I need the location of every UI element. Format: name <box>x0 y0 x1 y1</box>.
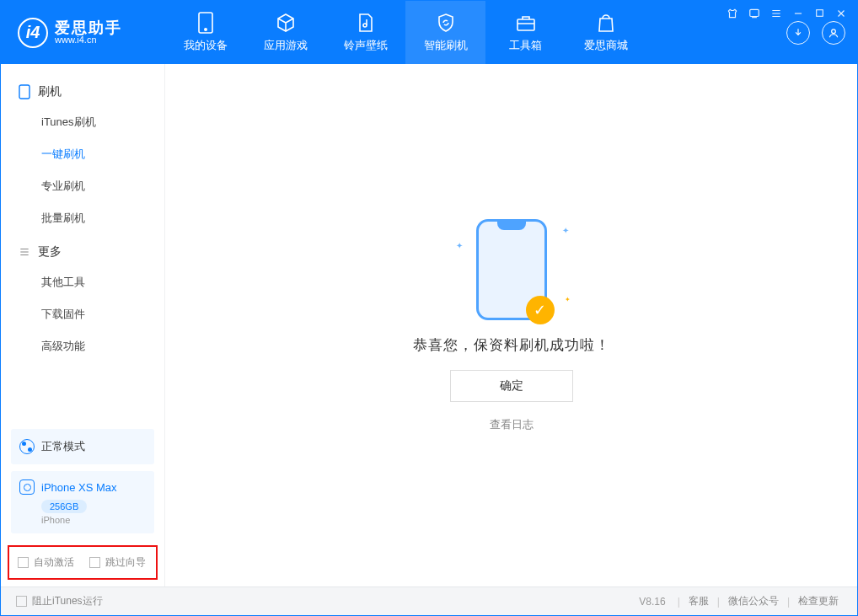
success-illustration: ✦ ✦ ✦ ✓ <box>476 219 547 320</box>
sidebar-item-pro-flash[interactable]: 专业刷机 <box>1 170 164 202</box>
logo-icon: i4 <box>18 18 48 48</box>
sparkle-icon: ✦ <box>562 226 569 235</box>
cube-icon <box>276 13 296 33</box>
checkbox-icon <box>18 557 29 568</box>
ok-button[interactable]: 确定 <box>450 370 573 402</box>
tab-store[interactable]: 爱思商城 <box>566 1 646 64</box>
view-log-link[interactable]: 查看日志 <box>490 417 534 432</box>
svg-rect-5 <box>517 19 534 30</box>
footer: 阻止iTunes运行 V8.16 | 客服 | 微信公众号 | 检查更新 <box>1 587 857 615</box>
header-tabs: 我的设备 应用游戏 铃声壁纸 智能刷机 工具箱 爱思商城 <box>165 1 646 64</box>
sidebar-item-other-tools[interactable]: 其他工具 <box>1 266 164 298</box>
tab-label: 爱思商城 <box>584 38 628 53</box>
svg-point-4 <box>363 24 367 27</box>
sidebar-item-batch-flash[interactable]: 批量刷机 <box>1 202 164 234</box>
footer-link-update[interactable]: 检查更新 <box>795 594 842 608</box>
device-type: iPhone <box>41 515 146 525</box>
mode-icon <box>19 439 35 454</box>
phone-outline-icon <box>18 85 31 99</box>
list-icon <box>18 245 31 259</box>
mode-label: 正常模式 <box>41 439 85 454</box>
window-controls <box>727 8 847 19</box>
maximize-icon[interactable] <box>814 8 825 19</box>
sidebar-item-itunes-flash[interactable]: iTunes刷机 <box>1 106 164 138</box>
account-button[interactable] <box>822 21 845 45</box>
auto-activate-checkbox[interactable]: 自动激活 <box>18 555 74 570</box>
sidebar-item-advanced[interactable]: 高级功能 <box>1 330 164 362</box>
section-flash: 刷机 <box>1 74 164 106</box>
minimize-icon[interactable] <box>792 8 804 19</box>
bag-icon <box>596 13 616 33</box>
svg-rect-7 <box>19 85 29 99</box>
tab-apps-games[interactable]: 应用游戏 <box>245 1 325 64</box>
tab-label: 应用游戏 <box>264 38 308 53</box>
device-card[interactable]: iPhone XS Max 256GB iPhone <box>11 471 154 533</box>
check-badge-icon: ✓ <box>526 296 555 324</box>
tab-label: 铃声壁纸 <box>344 38 388 53</box>
sidebar: 刷机 iTunes刷机 一键刷机 专业刷机 批量刷机 更多 其他工具 下载固件 … <box>1 64 165 587</box>
tab-toolbox[interactable]: 工具箱 <box>485 1 566 64</box>
phone-icon: ✓ <box>476 219 547 320</box>
block-itunes-checkbox[interactable]: 阻止iTunes运行 <box>16 594 103 608</box>
checkbox-icon <box>89 557 100 568</box>
skip-guide-checkbox[interactable]: 跳过向导 <box>89 555 146 570</box>
footer-link-support[interactable]: 客服 <box>685 594 712 608</box>
menu-icon[interactable] <box>770 8 782 19</box>
sidebar-item-oneclick-flash[interactable]: 一键刷机 <box>1 138 164 170</box>
checkbox-icon <box>16 596 27 607</box>
logo[interactable]: i4 爱思助手 www.i4.cn <box>1 18 165 48</box>
tab-my-device[interactable]: 我的设备 <box>165 1 245 64</box>
tab-label: 工具箱 <box>509 38 542 53</box>
device-name: iPhone XS Max <box>41 481 117 494</box>
tab-label: 我的设备 <box>184 38 228 53</box>
content: ✦ ✦ ✦ ✓ 恭喜您，保资料刷机成功啦！ 确定 查看日志 <box>165 64 857 587</box>
svg-point-6 <box>832 29 836 33</box>
svg-point-3 <box>204 28 206 29</box>
footer-link-wechat[interactable]: 微信公众号 <box>725 594 782 608</box>
svg-rect-1 <box>817 10 823 17</box>
sidebar-item-download-firmware[interactable]: 下载固件 <box>1 298 164 330</box>
sparkle-icon: ✦ <box>456 241 463 250</box>
options-row: 自动激活 跳过向导 <box>8 545 158 580</box>
toolbox-icon <box>516 13 536 33</box>
main: 刷机 iTunes刷机 一键刷机 专业刷机 批量刷机 更多 其他工具 下载固件 … <box>1 64 857 587</box>
app-name: 爱思助手 <box>55 20 122 35</box>
svg-rect-0 <box>750 9 759 16</box>
skin-icon[interactable] <box>727 8 738 19</box>
header-right <box>786 21 857 45</box>
device-icon <box>196 13 216 33</box>
shield-sync-icon <box>436 13 456 33</box>
app-window: i4 爱思助手 www.i4.cn 我的设备 应用游戏 铃声壁纸 智能刷机 <box>0 0 858 616</box>
device-storage: 256GB <box>41 500 87 513</box>
device-icon <box>19 479 35 495</box>
tab-ringtone-wallpaper[interactable]: 铃声壁纸 <box>325 1 405 64</box>
app-url: www.i4.cn <box>55 35 122 45</box>
music-file-icon <box>356 13 376 33</box>
tab-smart-flash[interactable]: 智能刷机 <box>405 1 485 64</box>
mode-card[interactable]: 正常模式 <box>11 429 154 464</box>
feedback-icon[interactable] <box>748 8 760 19</box>
sparkle-icon: ✦ <box>565 296 571 303</box>
tab-label: 智能刷机 <box>424 38 468 53</box>
success-message: 恭喜您，保资料刷机成功啦！ <box>413 335 610 355</box>
section-more: 更多 <box>1 234 164 266</box>
version-label: V8.16 <box>639 596 665 608</box>
download-button[interactable] <box>786 21 810 45</box>
close-icon[interactable] <box>835 8 847 19</box>
